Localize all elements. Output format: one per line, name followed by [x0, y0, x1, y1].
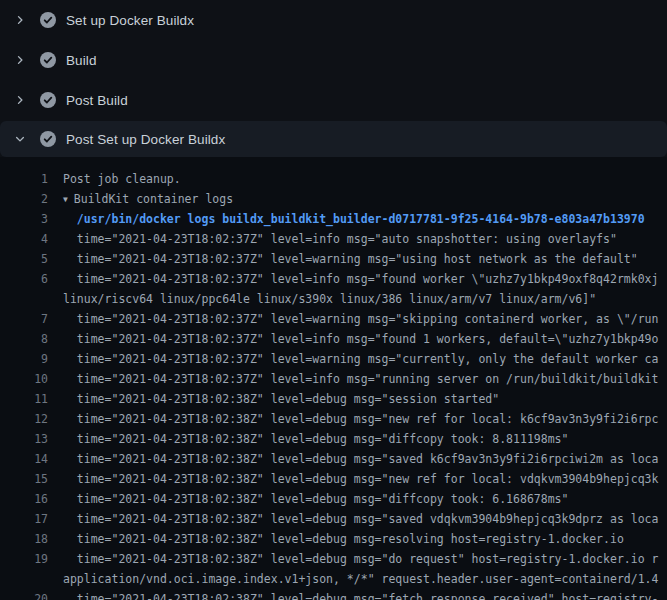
log-line-text: time="2021-04-23T18:02:38Z" level=debug … [63, 509, 658, 529]
log-line-number[interactable]: 8 [0, 329, 48, 349]
log-line: 5 time="2021-04-23T18:02:37Z" level=warn… [0, 249, 667, 269]
log-line-text: time="2021-04-23T18:02:38Z" level=debug … [63, 549, 658, 569]
log-line-text: time="2021-04-23T18:02:38Z" level=debug … [63, 429, 568, 449]
log-line: 6 time="2021-04-23T18:02:37Z" level=info… [0, 269, 667, 289]
check-circle-icon [40, 92, 56, 108]
log-line-text: time="2021-04-23T18:02:37Z" level=info m… [63, 229, 617, 249]
log-line: 16 time="2021-04-23T18:02:38Z" level=deb… [0, 489, 667, 509]
log-line-number[interactable]: 13 [0, 429, 48, 449]
log-line-number[interactable]: 3 [0, 209, 48, 229]
log-line-number[interactable]: 9 [0, 349, 48, 369]
log-line: linux/riscv64 linux/ppc64le linux/s390x … [0, 289, 667, 309]
check-circle-icon [40, 52, 56, 68]
log-line-text: time="2021-04-23T18:02:37Z" level=warnin… [63, 249, 638, 269]
log-line-text: time="2021-04-23T18:02:37Z" level=warnin… [63, 349, 658, 369]
step-label: Build [66, 53, 97, 68]
log-line: 1 Post job cleanup. [0, 169, 667, 189]
log-line: 19 time="2021-04-23T18:02:38Z" level=deb… [0, 549, 667, 569]
log-line: application/vnd.oci.image.index.v1+json,… [0, 569, 667, 589]
log-line-text: time="2021-04-23T18:02:37Z" level=info m… [63, 269, 658, 289]
log-line: 15 time="2021-04-23T18:02:38Z" level=deb… [0, 469, 667, 489]
log-viewer: 1 Post job cleanup. 2 ▼BuildKit containe… [0, 157, 667, 600]
step-row-build[interactable]: Build [0, 40, 667, 80]
check-circle-icon [40, 12, 56, 28]
log-line-text: time="2021-04-23T18:02:38Z" level=debug … [63, 589, 658, 600]
log-line-number[interactable]: 10 [0, 369, 48, 389]
log-line-number[interactable]: 20 [0, 589, 48, 600]
step-label: Post Set up Docker Buildx [66, 132, 225, 147]
log-line-number[interactable]: 5 [0, 249, 48, 269]
triangle-down-icon: ▼ [63, 195, 68, 204]
log-line-text: time="2021-04-23T18:02:38Z" level=debug … [63, 469, 658, 489]
log-line: 9 time="2021-04-23T18:02:37Z" level=warn… [0, 349, 667, 369]
log-line-text: time="2021-04-23T18:02:37Z" level=info m… [63, 369, 658, 389]
log-line: 11 time="2021-04-23T18:02:38Z" level=deb… [0, 389, 667, 409]
chevron-right-icon [14, 94, 26, 106]
log-line-number[interactable]: 17 [0, 509, 48, 529]
chevron-right-icon [14, 54, 26, 66]
log-line-text: time="2021-04-23T18:02:38Z" level=debug … [63, 449, 658, 469]
log-line: 17 time="2021-04-23T18:02:38Z" level=deb… [0, 509, 667, 529]
step-row-post-set-up-docker-buildx[interactable]: Post Set up Docker Buildx [0, 121, 667, 157]
log-line-number[interactable]: 4 [0, 229, 48, 249]
log-line-text: time="2021-04-23T18:02:37Z" level=warnin… [63, 309, 658, 329]
log-group-toggle[interactable]: ▼BuildKit container logs [63, 189, 233, 209]
step-label: Set up Docker Buildx [66, 13, 194, 28]
log-line-continuation-gutter [0, 289, 48, 309]
step-row-post-build[interactable]: Post Build [0, 80, 667, 120]
log-line-text: time="2021-04-23T18:02:38Z" level=debug … [63, 529, 624, 549]
log-line: 13 time="2021-04-23T18:02:38Z" level=deb… [0, 429, 667, 449]
log-line: 3 /usr/bin/docker logs buildx_buildkit_b… [0, 209, 667, 229]
log-line: 14 time="2021-04-23T18:02:38Z" level=deb… [0, 449, 667, 469]
log-line-text: /usr/bin/docker logs buildx_buildkit_bui… [63, 209, 645, 229]
log-line-number[interactable]: 15 [0, 469, 48, 489]
chevron-down-icon [14, 133, 26, 145]
log-line-number[interactable]: 19 [0, 549, 48, 569]
log-line: 8 time="2021-04-23T18:02:37Z" level=info… [0, 329, 667, 349]
log-line-text: time="2021-04-23T18:02:38Z" level=debug … [63, 489, 568, 509]
log-line-number[interactable]: 2 [0, 189, 48, 209]
log-line-number[interactable]: 14 [0, 449, 48, 469]
log-line-number[interactable]: 1 [0, 169, 48, 189]
log-line-text: Post job cleanup. [63, 169, 181, 189]
log-line: 10 time="2021-04-23T18:02:37Z" level=inf… [0, 369, 667, 389]
log-line: 2 ▼BuildKit container logs [0, 189, 667, 209]
log-line-number[interactable]: 16 [0, 489, 48, 509]
step-list: Set up Docker Buildx Build [0, 0, 667, 157]
log-line-text: application/vnd.oci.image.index.v1+json,… [63, 569, 658, 589]
log-line-text: time="2021-04-23T18:02:37Z" level=info m… [63, 329, 658, 349]
log-line-continuation-gutter [0, 569, 48, 589]
log-line-number[interactable]: 11 [0, 389, 48, 409]
step-label: Post Build [66, 93, 128, 108]
log-line-number[interactable]: 7 [0, 309, 48, 329]
log-line: 12 time="2021-04-23T18:02:38Z" level=deb… [0, 409, 667, 429]
log-line-text: linux/riscv64 linux/ppc64le linux/s390x … [63, 289, 596, 309]
chevron-right-icon [14, 14, 26, 26]
log-line-number[interactable]: 6 [0, 269, 48, 289]
log-line: 18 time="2021-04-23T18:02:38Z" level=deb… [0, 529, 667, 549]
step-row-set-up-docker-buildx[interactable]: Set up Docker Buildx [0, 0, 667, 40]
log-line-number[interactable]: 12 [0, 409, 48, 429]
log-line: 4 time="2021-04-23T18:02:37Z" level=info… [0, 229, 667, 249]
log-line: 7 time="2021-04-23T18:02:37Z" level=warn… [0, 309, 667, 329]
check-circle-icon [40, 131, 56, 147]
log-line: 20 time="2021-04-23T18:02:38Z" level=deb… [0, 589, 667, 600]
log-line-text: time="2021-04-23T18:02:38Z" level=debug … [63, 389, 499, 409]
log-line-text: time="2021-04-23T18:02:38Z" level=debug … [63, 409, 658, 429]
log-line-number[interactable]: 18 [0, 529, 48, 549]
